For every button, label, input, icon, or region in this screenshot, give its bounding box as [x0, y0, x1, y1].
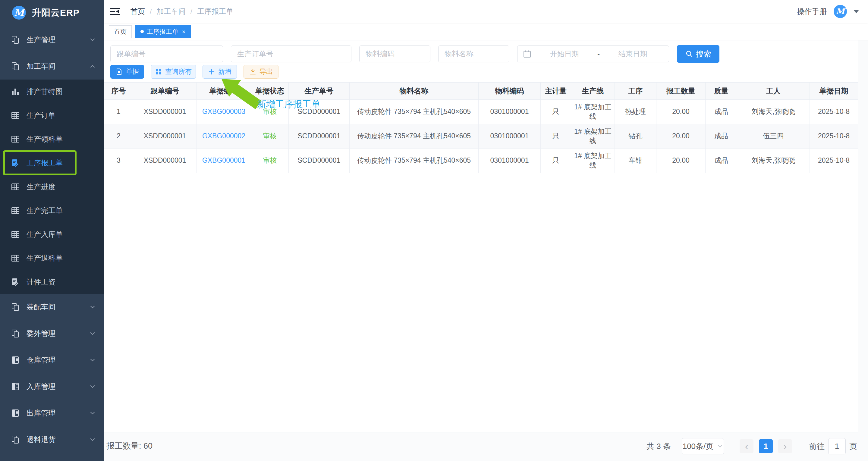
filter-input-生产订单号[interactable]	[231, 45, 351, 62]
status-badge: 审核	[251, 149, 289, 173]
date-range-picker[interactable]: 开始日期-结束日期	[517, 45, 669, 62]
prev-page-button[interactable]: ‹	[740, 439, 753, 453]
cell-生产线: 1# 底架加工线	[571, 149, 615, 173]
cell-物料名称: 传动皮轮件 735×794 主机孔540×605	[350, 149, 478, 173]
goto-page-group: 前往 页	[809, 438, 857, 454]
search-icon	[685, 50, 693, 58]
document-number-link[interactable]: GXBG000002	[197, 124, 251, 149]
cell-工序: 热处理	[615, 100, 656, 124]
search-button-label: 搜索	[696, 49, 711, 59]
table-row: 1XSDD000001GXBG000003审核SCDD000001传动皮轮件 7…	[104, 100, 858, 124]
tab-首页[interactable]: 首页	[109, 25, 132, 38]
chevron-up-icon	[89, 63, 96, 70]
page-size-value: 100条/页	[683, 441, 714, 452]
column-header-单据编号[interactable]: 单据编号	[197, 83, 251, 100]
collapse-sidebar-icon[interactable]	[110, 7, 120, 16]
新增-button[interactable]: 新增	[203, 65, 237, 79]
avatar[interactable]: M	[834, 5, 847, 18]
column-header-物料名称[interactable]: 物料名称	[350, 83, 478, 100]
cell-主计量: 只	[541, 149, 571, 173]
sidebar-item-委外管理[interactable]: 委外管理	[0, 320, 104, 347]
cell-序号: 3	[104, 149, 133, 173]
sidebar-item-排产甘特图[interactable]: 排产甘特图	[0, 80, 104, 103]
cell-工人: 刘海天,张晓晓	[737, 149, 810, 173]
breadcrumb-item[interactable]: 首页	[130, 7, 145, 16]
cell-主计量: 只	[541, 124, 571, 149]
sidebar-item-工序报工单[interactable]: 工序报工单	[0, 151, 104, 175]
cell-生产单号: SCDD000001	[289, 100, 350, 124]
close-icon[interactable]: ×	[182, 29, 186, 35]
copy-document-icon	[11, 35, 20, 44]
column-header-质量[interactable]: 质量	[706, 83, 737, 100]
sidebar-item-label: 生产入库单	[27, 229, 63, 239]
sidebar-item-生产领料单[interactable]: 生产领料单	[0, 127, 104, 151]
notebook-icon	[11, 382, 20, 391]
manual-link[interactable]: 操作手册	[797, 7, 827, 17]
goto-label: 前往	[809, 441, 825, 452]
column-header-单据状态[interactable]: 单据状态	[251, 83, 289, 100]
sidebar-item-仓库管理[interactable]: 仓库管理	[0, 347, 104, 373]
cell-跟单编号: XSDD000001	[133, 100, 197, 124]
cell-序号: 2	[104, 124, 133, 149]
column-header-工序[interactable]: 工序	[615, 83, 656, 100]
filter-row: 开始日期-结束日期搜索	[110, 45, 719, 63]
table-header-row: 序号跟单编号单据编号单据状态生产单号物料名称物料编码主计量生产线工序报工数量质量…	[104, 83, 858, 100]
document-number-link[interactable]: GXBG000003	[197, 100, 251, 124]
bar-chart-icon	[11, 87, 20, 96]
column-header-报工数量[interactable]: 报工数量	[656, 83, 706, 100]
goto-suffix: 页	[849, 441, 857, 452]
sidebar-item-生产退料单[interactable]: 生产退料单	[0, 246, 104, 270]
sidebar-item-生产入库单[interactable]: 生产入库单	[0, 222, 104, 246]
导出-button[interactable]: 导出	[244, 65, 278, 79]
chevron-down-icon[interactable]	[854, 10, 859, 16]
document-number-link[interactable]: GXBG000001	[197, 149, 251, 173]
sidebar-item-出库管理[interactable]: 出库管理	[0, 400, 104, 426]
sidebar-item-生产订单[interactable]: 生产订单	[0, 103, 104, 127]
column-header-生产线[interactable]: 生产线	[571, 83, 615, 100]
column-header-物料编码[interactable]: 物料编码	[478, 83, 541, 100]
单据-button[interactable]: 单据	[110, 65, 144, 79]
column-header-序号[interactable]: 序号	[104, 83, 133, 100]
sidebar-item-退料退货[interactable]: 退料退货	[0, 426, 104, 453]
sidebar-item-生产进度[interactable]: 生产进度	[0, 175, 104, 198]
sidebar-item-装配车间[interactable]: 装配车间	[0, 294, 104, 320]
filter-input-物料名称[interactable]	[438, 45, 509, 62]
goto-page-input[interactable]	[828, 438, 846, 454]
sidebar-item-计件工资[interactable]: 计件工资	[0, 270, 104, 294]
search-button[interactable]: 搜索	[677, 45, 719, 63]
button-label: 新增	[218, 67, 231, 76]
tab-工序报工单[interactable]: 工序报工单×	[135, 25, 191, 38]
column-header-跟单编号[interactable]: 跟单编号	[133, 83, 197, 100]
sidebar-item-label: 生产退料单	[27, 253, 63, 263]
status-badge: 审核	[251, 124, 289, 149]
calendar-icon	[523, 50, 531, 58]
sidebar-item-加工车间[interactable]: 加工车间	[0, 53, 104, 80]
breadcrumb-item[interactable]: 工序报工单	[197, 7, 233, 16]
column-header-主计量[interactable]: 主计量	[541, 83, 571, 100]
sidebar-item-生产管理[interactable]: 生产管理	[0, 27, 104, 53]
filter-input-跟单编号[interactable]	[110, 45, 223, 62]
cell-工序: 钻孔	[615, 124, 656, 149]
status-badge: 审核	[251, 100, 289, 124]
cell-报工数量: 20.00	[656, 124, 706, 149]
cell-生产线: 1# 底架加工线	[571, 124, 615, 149]
filter-input-物料编码[interactable]	[359, 45, 430, 62]
cell-主计量: 只	[541, 100, 571, 124]
查询所有-button[interactable]: 查询所有	[151, 65, 196, 79]
column-header-单据日期[interactable]: 单据日期	[810, 83, 858, 100]
tab-bar: 首页工序报工单×	[104, 23, 868, 40]
cell-跟单编号: XSDD000001	[133, 149, 197, 173]
sidebar-item-入库管理[interactable]: 入库管理	[0, 373, 104, 400]
column-header-生产单号[interactable]: 生产单号	[289, 83, 350, 100]
sidebar-item-label: 生产订单	[27, 111, 56, 120]
sidebar-item-label: 工序报工单	[27, 158, 63, 168]
current-page-button[interactable]: 1	[759, 439, 773, 453]
next-page-button[interactable]: ›	[778, 439, 792, 453]
column-header-工人[interactable]: 工人	[737, 83, 810, 100]
page-size-select[interactable]: 100条/页	[682, 438, 724, 454]
sidebar-item-生产完工单[interactable]: 生产完工单	[0, 198, 104, 222]
cell-报工数量: 20.00	[656, 100, 706, 124]
breadcrumb-item[interactable]: 加工车间	[157, 7, 186, 16]
sidebar-item-label: 出库管理	[27, 408, 56, 418]
cell-质量: 成品	[706, 149, 737, 173]
